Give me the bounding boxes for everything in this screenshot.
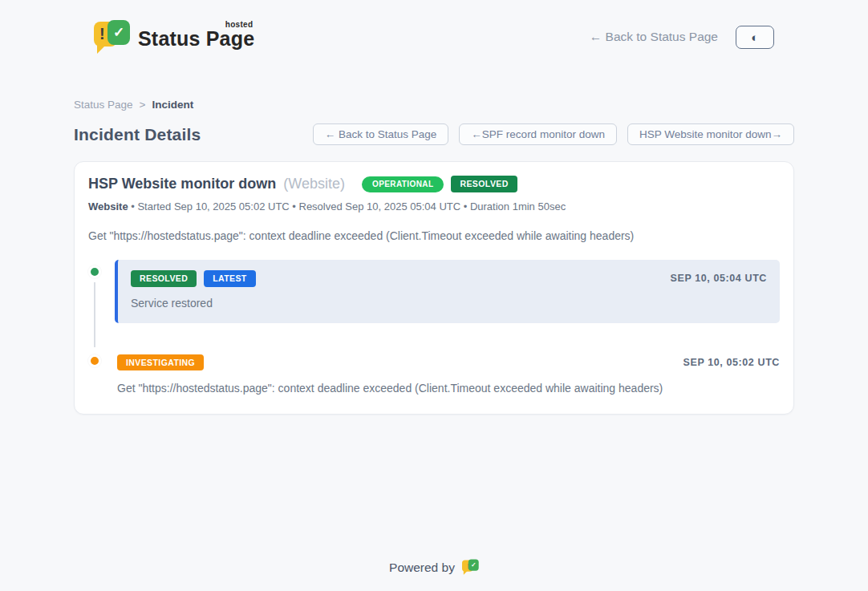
- breadcrumb-separator: >: [140, 99, 146, 111]
- timeline-timestamp: SEP 10, 05:04 UTC: [671, 273, 767, 284]
- timeline-badges: INVESTIGATING: [117, 354, 204, 371]
- header-actions: ← Back to Status Page ◐: [590, 26, 774, 49]
- status-badge-operational: OPERATIONAL: [362, 176, 444, 192]
- back-to-status-page-button[interactable]: ← Back to Status Page: [313, 123, 449, 145]
- incident-timeline: RESOLVED LATEST SEP 10, 05:04 UTC Servic…: [88, 260, 780, 395]
- timeline-dot-orange: [88, 354, 101, 367]
- timeline-entry-header: INVESTIGATING SEP 10, 05:02 UTC: [117, 354, 780, 371]
- title-row: Incident Details ← Back to Status Page ←…: [74, 123, 794, 145]
- check-icon: ✓: [468, 559, 479, 570]
- timeline-dot-green: [88, 265, 101, 278]
- breadcrumb: Status Page > Incident: [74, 99, 794, 111]
- meta-component: Website: [88, 200, 128, 213]
- back-to-status-page-link[interactable]: ← Back to Status Page: [590, 30, 718, 44]
- logo-brand: Status Page: [138, 27, 254, 51]
- incident-title: HSP Website monitor down: [88, 176, 276, 192]
- logo-icon: ! ✓: [94, 19, 130, 55]
- theme-toggle-button[interactable]: ◐: [736, 26, 774, 49]
- incident-title-row: HSP Website monitor down (Website) OPERA…: [88, 176, 780, 192]
- page-title: Incident Details: [74, 125, 201, 144]
- speech-bubble-tail: [464, 571, 468, 575]
- state-badge-resolved: RESOLVED: [451, 176, 517, 192]
- incident-nav-buttons: ← Back to Status Page ←SPF record monito…: [313, 123, 794, 145]
- breadcrumb-root[interactable]: Status Page: [74, 99, 133, 111]
- footer: Powered by ! ✓ © 2025-10-08 14:10:34.772…: [0, 559, 868, 591]
- logo[interactable]: ! ✓ hosted Status Page: [94, 19, 254, 55]
- badge-latest: LATEST: [204, 270, 255, 287]
- timeline-badges: RESOLVED LATEST: [131, 270, 256, 287]
- timeline-entry-resolved: RESOLVED LATEST SEP 10, 05:04 UTC Servic…: [88, 260, 780, 323]
- timeline-entry-body: RESOLVED LATEST SEP 10, 05:04 UTC Servic…: [115, 260, 780, 323]
- contrast-icon: ◐: [751, 31, 758, 43]
- timeline-marker-column: [88, 260, 115, 323]
- incident-meta: Website • Started Sep 10, 2025 05:02 UTC…: [88, 200, 780, 213]
- logo-text: hosted Status Page: [138, 20, 254, 55]
- powered-by-label: Powered by: [389, 561, 455, 575]
- badge-investigating: INVESTIGATING: [117, 354, 204, 371]
- check-icon: ✓: [107, 20, 130, 45]
- main-content: Status Page > Incident Incident Details …: [73, 99, 795, 415]
- powered-by-logo-icon[interactable]: ! ✓: [462, 559, 479, 576]
- timeline-marker-column: [88, 349, 115, 395]
- badge-resolved: RESOLVED: [131, 270, 197, 287]
- timeline-message: Service restored: [131, 297, 767, 310]
- timeline-timestamp: SEP 10, 05:02 UTC: [683, 357, 780, 368]
- meta-details: • Started Sep 10, 2025 05:02 UTC • Resol…: [128, 200, 566, 213]
- header: ! ✓ hosted Status Page ← Back to Status …: [73, 0, 795, 61]
- incident-card: HSP Website monitor down (Website) OPERA…: [74, 161, 794, 415]
- incident-component: (Website): [283, 176, 345, 192]
- powered-by: Powered by ! ✓: [0, 559, 868, 576]
- timeline-entry-investigating: INVESTIGATING SEP 10, 05:02 UTC Get "htt…: [88, 349, 780, 395]
- speech-bubble-tail: [97, 45, 106, 54]
- timeline-entry-header: RESOLVED LATEST SEP 10, 05:04 UTC: [131, 270, 767, 287]
- breadcrumb-current: Incident: [152, 99, 193, 111]
- timeline-message: Get "https://hostedstatus.page": context…: [117, 382, 780, 395]
- timeline-connector-line: [94, 282, 95, 347]
- prev-incident-button[interactable]: ←SPF record monitor down: [459, 123, 617, 145]
- next-incident-button[interactable]: HSP Website monitor down→: [627, 123, 794, 145]
- incident-description: Get "https://hostedstatus.page": context…: [88, 229, 780, 242]
- timeline-entry-body: INVESTIGATING SEP 10, 05:02 UTC Get "htt…: [115, 349, 780, 395]
